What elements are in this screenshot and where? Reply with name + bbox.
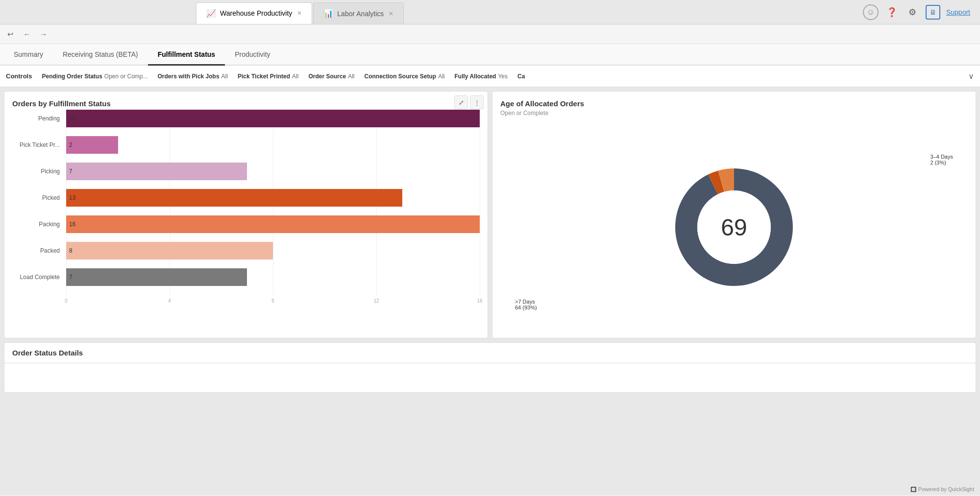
bar-row: Pending16 (66, 110, 480, 127)
donut-chart-title: Age of Allocated Orders (500, 99, 968, 108)
nav-tabs: Summary Receiving Status (BETA) Fulfillm… (0, 44, 980, 66)
controls-bar: Controls Pending Order Status Open or Co… (0, 66, 980, 87)
tab-labor[interactable]: 📊 Labor Analytics ✕ (313, 2, 404, 24)
order-status-table[interactable] (4, 363, 976, 393)
bar-chart: 0481216Pending16Pick Ticket Pr...2Pickin… (12, 110, 480, 305)
filter-pick-ticket-printed[interactable]: Pick Ticket Printed All (238, 73, 299, 80)
annotation-3-4-days-detail: 2 (3%) (931, 160, 953, 165)
bar-row: Pick Ticket Pr...2 (66, 136, 480, 154)
tab-fulfillment[interactable]: Fulfillment Status (148, 44, 225, 66)
bar-row: Picking7 (66, 163, 480, 180)
filter-pending-order-status[interactable]: Pending Order Status Open or Comp... (42, 73, 147, 80)
support-link[interactable]: Support (946, 8, 970, 16)
order-status-section: Order Status Details (4, 342, 976, 393)
donut-center-value: 69 (721, 214, 747, 241)
bar-chart-card: ⤢ ⋮ Orders by Fulfillment Status 0481216… (4, 91, 488, 338)
bar-row: Packing16 (66, 215, 480, 233)
bar-segment[interactable]: 16 (66, 110, 480, 127)
bar-row: Packed8 (66, 242, 480, 260)
expand-icon[interactable]: ⤢ (454, 95, 468, 109)
bar-chart-toolbar: ⤢ ⋮ (454, 95, 484, 109)
back-button[interactable]: ← (21, 28, 33, 41)
filter-fully-allocated[interactable]: Fully Allocated Yes (455, 73, 508, 80)
undo-button[interactable]: ↩ (4, 28, 17, 41)
donut-wrapper: 693–4 Days2 (3%)>7 Days64 (93%) (500, 124, 968, 330)
filter-orders-with-pick-jobs[interactable]: Orders with Pick Jobs All (158, 73, 228, 80)
powered-by: 🔲 Powered by QuickSight (910, 486, 974, 492)
tab-labor-label: Labor Analytics (337, 10, 384, 18)
bar-segment[interactable]: 13 (66, 189, 402, 207)
labor-icon: 📊 (323, 9, 333, 18)
bar-row: Picked13 (66, 189, 480, 207)
bar-segment[interactable]: 2 (66, 136, 118, 154)
donut-chart-subtitle: Open or Complete (500, 110, 968, 117)
bar-segment[interactable]: 16 (66, 215, 480, 233)
annotation-7days-label: >7 Days (515, 299, 537, 305)
bar-segment[interactable]: 7 (66, 268, 247, 286)
filter-order-source[interactable]: Order Source All (308, 73, 354, 80)
annotation-7days-detail: 64 (93%) (515, 305, 537, 310)
charts-row: ⤢ ⋮ Orders by Fulfillment Status 0481216… (4, 91, 976, 338)
tab-warehouse-close[interactable]: ✕ (297, 10, 302, 17)
toolbar-row: ↩ ← → (0, 24, 980, 44)
help-icon[interactable]: ❓ (884, 5, 899, 20)
tab-warehouse[interactable]: 📈 Warehouse Productivity ✕ (196, 2, 312, 24)
donut-svg-container: 69 (665, 159, 803, 296)
tab-productivity[interactable]: Productivity (225, 44, 280, 66)
controls-expand-icon[interactable]: ∨ (968, 71, 974, 81)
top-right-icons: ☺ ❓ ⚙ 🖥 Support (863, 0, 970, 24)
monitor-icon[interactable]: 🖥 (926, 5, 940, 20)
filter-connection-source[interactable]: Connection Source Setup All (364, 73, 444, 80)
donut-chart-card: Age of Allocated Orders Open or Complete… (492, 91, 976, 338)
bar-segment[interactable]: 7 (66, 163, 247, 180)
controls-label: Controls (6, 72, 32, 80)
tab-summary[interactable]: Summary (4, 44, 53, 66)
warehouse-icon: 📈 (206, 9, 216, 18)
annotation-3-4-days-label: 3–4 Days (931, 154, 953, 160)
tab-bar: 📈 Warehouse Productivity ✕ 📊 Labor Analy… (0, 0, 980, 24)
more-options-icon[interactable]: ⋮ (470, 95, 484, 109)
tab-labor-close[interactable]: ✕ (389, 10, 393, 17)
tab-warehouse-label: Warehouse Productivity (220, 9, 292, 17)
bar-segment[interactable]: 8 (66, 242, 273, 260)
main-content: ⤢ ⋮ Orders by Fulfillment Status 0481216… (0, 87, 980, 495)
gear-icon[interactable]: ⚙ (905, 5, 920, 20)
bar-row: Load Complete7 (66, 268, 480, 286)
order-status-title: Order Status Details (4, 342, 976, 363)
forward-button[interactable]: → (37, 28, 50, 41)
user-icon[interactable]: ☺ (863, 4, 879, 20)
bar-chart-title: Orders by Fulfillment Status (12, 99, 480, 108)
filter-ca[interactable]: Ca (517, 73, 527, 80)
tab-receiving[interactable]: Receiving Status (BETA) (53, 44, 148, 66)
